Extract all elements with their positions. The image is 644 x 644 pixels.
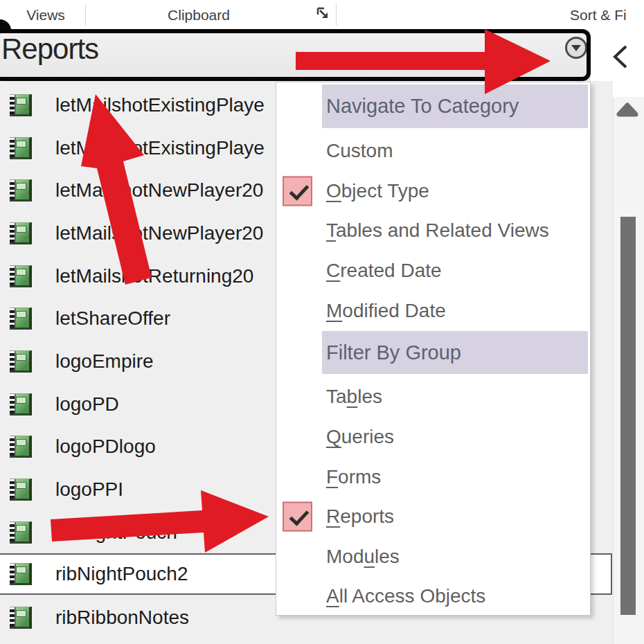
ribbon-strip: Views Clipboard Sort & Fi xyxy=(0,0,644,30)
checkmark-icon xyxy=(283,502,312,532)
checkmark-icon xyxy=(283,177,312,206)
report-icon xyxy=(10,265,32,287)
nav-item-letmailshotexistingplaye[interactable]: letMailshotExistingPlaye xyxy=(0,128,276,168)
ribbon-group-sort-filter: Sort & Fi xyxy=(570,7,627,24)
nav-item-label: ribNightPouch xyxy=(55,521,177,544)
nav-item-label: letMailshotExistingPlaye xyxy=(55,137,265,159)
ribbon-group-views: Views xyxy=(26,7,65,24)
nav-item-label: logoPD xyxy=(55,393,119,415)
nav-item-label: ribRibbonNotes xyxy=(55,607,189,629)
nav-item-logopd[interactable]: logoPD xyxy=(0,384,276,424)
nav-item-letmailshotexistingplaye[interactable]: letMailshotExistingPlaye xyxy=(0,85,276,125)
menu-item-tables-and-related-views[interactable]: Tables and Related Views xyxy=(276,211,590,251)
nav-item-label: letMailshotNewPlayer20 xyxy=(55,179,263,202)
nav-item-label: letMailshotNewPlayer20 xyxy=(55,222,263,244)
menu-item-custom[interactable]: Custom xyxy=(276,131,590,171)
report-icon xyxy=(10,521,32,544)
menu-section-header-navigate-to-category: Navigate To Category xyxy=(322,84,588,128)
menu-item-queries[interactable]: Queries xyxy=(276,417,590,457)
menu-item-object-type[interactable]: Object Type xyxy=(276,171,590,211)
menu-item-modified-date[interactable]: Modified Date xyxy=(276,291,590,331)
menu-item-all-access-objects[interactable]: All Access Objects xyxy=(276,576,590,616)
scrollbar-thumb[interactable] xyxy=(620,217,636,615)
ribbon-separator xyxy=(85,4,86,26)
nav-item-logopdlogo[interactable]: logoPDlogo xyxy=(0,427,276,467)
nav-item-label: logoPPI xyxy=(55,478,123,501)
menu-section-header-filter-by-group: Filter By Group xyxy=(322,331,588,374)
nav-item-label: letMailshotExistingPlaye xyxy=(55,94,265,116)
report-icon xyxy=(10,350,32,373)
nav-item-label: ribNightPouch2 xyxy=(55,563,188,585)
report-icon xyxy=(10,179,32,202)
nav-pane-title: Reports xyxy=(1,33,98,66)
dialog-launcher-icon[interactable] xyxy=(316,6,331,21)
report-icon xyxy=(10,222,32,244)
nav-item-label: letShareOffer xyxy=(55,307,170,330)
menu-item-modules[interactable]: Modules xyxy=(276,537,590,577)
nav-item-label: logoPDlogo xyxy=(55,436,156,458)
nav-item-ribribbonnotes[interactable]: ribRibbonNotes xyxy=(0,598,276,638)
nav-pane-header[interactable]: Reports xyxy=(0,30,591,81)
shutter-bar-collapse-icon[interactable] xyxy=(611,44,630,69)
nav-item-letshareoffer[interactable]: letShareOffer xyxy=(0,298,276,339)
report-icon xyxy=(10,436,32,458)
report-icon xyxy=(10,478,32,501)
report-icon xyxy=(10,607,32,629)
nav-item-logoempire[interactable]: logoEmpire xyxy=(0,341,276,382)
navigation-category-menu: Navigate To CategoryCustomObject TypeTab… xyxy=(276,82,591,616)
nav-pane-dropdown-button[interactable] xyxy=(565,37,587,59)
nav-item-label: logoEmpire xyxy=(55,350,154,373)
nav-item-letmailshotreturning20[interactable]: letMailshotReturning20 xyxy=(0,256,276,296)
ribbon-separator xyxy=(336,4,337,26)
nav-item-letmailshotnewplayer20[interactable]: letMailshotNewPlayer20 xyxy=(0,170,276,211)
report-icon xyxy=(10,137,32,159)
report-icon xyxy=(10,563,32,585)
nav-pane-scrollbar[interactable] xyxy=(613,97,644,644)
nav-item-letmailshotnewplayer20[interactable]: letMailshotNewPlayer20 xyxy=(0,213,276,253)
menu-item-forms[interactable]: Forms xyxy=(276,457,590,497)
report-icon xyxy=(10,393,32,415)
menu-item-created-date[interactable]: Created Date xyxy=(276,251,590,291)
nav-item-ribnightpouch[interactable]: ribNightPouch xyxy=(0,512,276,553)
report-icon xyxy=(10,307,32,330)
menu-item-tables[interactable]: Tables xyxy=(276,377,590,417)
menu-item-reports[interactable]: Reports xyxy=(276,497,590,537)
report-icon xyxy=(10,94,32,116)
nav-item-logoppi[interactable]: logoPPI xyxy=(0,469,276,510)
ribbon-group-clipboard: Clipboard xyxy=(168,7,230,24)
scrollbar-up-arrow-icon[interactable] xyxy=(613,100,644,120)
nav-item-label: letMailshotReturning20 xyxy=(55,265,253,287)
